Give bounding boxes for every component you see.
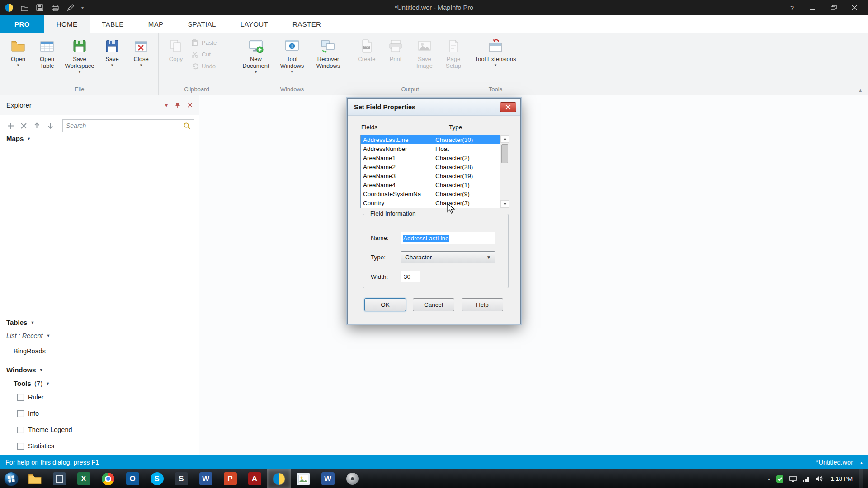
ok-button[interactable]: OK [364,298,406,311]
taskbar-outlook[interactable]: O [120,469,145,488]
help-button[interactable]: ? [783,2,801,14]
taskbar-media-player[interactable] [340,469,364,488]
tab-raster[interactable]: RASTER [280,15,333,33]
ruler-checkbox[interactable] [17,394,24,401]
tools-section-header[interactable]: Tools (7) ▼ [14,380,50,387]
panel-menu-caret-icon[interactable]: ▾ [165,102,168,108]
tray-display-icon[interactable] [789,476,797,482]
chrome-icon [102,473,114,485]
close-button[interactable] [845,2,863,14]
tab-spatial[interactable]: SPATIAL [175,15,228,33]
save-workspace-button[interactable]: Save Workspace ▾ [61,34,98,84]
tool-extensions-button[interactable]: Tool Extensions ▾ [474,34,517,84]
paste-icon [191,39,198,46]
tray-green-app-icon[interactable] [776,475,783,483]
open-table-button[interactable]: Open Table [33,34,61,84]
field-row[interactable]: AreaName2 Character(28) [361,162,500,171]
save-button[interactable]: Save ▾ [98,34,127,84]
start-button[interactable] [0,469,23,488]
tab-map[interactable]: MAP [136,15,176,33]
close-table-button[interactable]: Close ▾ [127,34,156,84]
search-input[interactable] [66,122,183,129]
taskbar-skype[interactable]: S [145,469,169,488]
network-icon[interactable] [802,476,810,482]
field-row-selected[interactable]: AddressLastLine Character(30) [361,135,500,144]
type-dropdown[interactable]: Character ▼ [401,251,495,263]
tab-pro[interactable]: PRO [0,15,44,33]
field-row[interactable]: CoordinateSystemNa Character(9) [361,189,500,198]
search-icon[interactable] [183,122,191,130]
field-row[interactable]: Country Character(3) [361,198,500,207]
taskbar-chrome[interactable] [96,469,120,488]
minimize-button[interactable] [804,2,822,14]
field-row[interactable]: AreaName4 Character(1) [361,180,500,189]
new-document-button[interactable]: New Document ▾ [238,34,274,84]
taskbar-mapinfo[interactable] [267,469,291,488]
show-hidden-icons-button[interactable]: ▴ [768,476,770,481]
name-input[interactable]: AddressLastLine [401,232,495,244]
tool-checkbox-row: Ruler [17,394,44,401]
recover-windows-button[interactable]: Recover Windows [310,34,346,84]
table-list-mode[interactable]: List : Recent ▼ [6,332,51,339]
help-button-dialog[interactable]: Help [462,298,503,311]
taskbar-word-2[interactable]: W [316,469,340,488]
dropdown-caret-icon: ▾ [79,70,81,74]
cancel-button[interactable]: Cancel [413,298,454,311]
move-down-icon[interactable] [47,122,54,129]
ribbon-group-output: PDF Create Print Save Image Pa [349,33,471,95]
maps-section-header[interactable]: Maps ▼ [6,135,31,142]
tables-section-header[interactable]: Tables ▼ [6,319,34,326]
tab-table[interactable]: TABLE [90,15,136,33]
info-checkbox[interactable] [17,410,24,417]
qat-customize-caret-icon[interactable]: ▾ [81,5,84,10]
statistics-checkbox[interactable] [17,443,24,450]
open-button[interactable]: Open ▾ [4,34,33,84]
clock[interactable]: 1:18 PM [829,475,853,482]
table-list-item[interactable]: BingRoads [14,347,46,355]
scroll-up-button[interactable] [500,135,509,143]
fields-listbox: AddressLastLine Character(30) AddressNum… [360,135,509,208]
vertical-scrollbar[interactable] [500,135,509,208]
scrollbar-track[interactable] [500,143,509,200]
taskbar-app-generic-1[interactable] [47,469,71,488]
tab-layout[interactable]: LAYOUT [228,15,280,33]
pencil-icon[interactable] [66,3,75,12]
scroll-down-button[interactable] [500,200,509,208]
explorer-toolbar [0,118,199,133]
field-row[interactable]: AreaName3 Character(19) [361,171,500,180]
taskbar-powerpoint[interactable]: P [218,469,242,488]
theme-legend-checkbox[interactable] [17,427,24,433]
move-up-icon[interactable] [33,122,40,129]
open-workspace-icon[interactable] [20,3,29,12]
tool-windows-button[interactable]: Tool Windows ▾ [274,34,310,84]
collapse-ribbon-icon[interactable]: ▴ [859,87,862,93]
close-window-icon [133,38,149,55]
width-input[interactable] [401,271,420,282]
taskbar-app-generic-2[interactable]: S [169,469,193,488]
dialog-titlebar[interactable]: Set Field Properties [348,99,520,116]
taskbar-word[interactable]: W [193,469,218,488]
field-row[interactable]: AreaName1 Character(2) [361,153,500,162]
status-expand-icon[interactable]: ▴ [860,460,863,465]
remove-item-icon[interactable] [21,123,27,129]
show-desktop-button[interactable] [859,469,863,488]
field-row[interactable]: AddressNumber Float [361,144,500,153]
windows-section-header[interactable]: Windows ▼ [6,366,43,374]
taskbar-photo-viewer[interactable] [291,469,316,488]
cut-button: Cut [191,51,231,58]
copy-icon [168,38,184,55]
taskbar-file-explorer[interactable] [23,469,47,488]
taskbar-acrobat[interactable]: A [242,469,267,488]
taskbar-excel[interactable]: X [71,469,96,488]
create-pdf-button: PDF Create [352,34,381,84]
restore-button[interactable] [825,2,843,14]
close-panel-icon[interactable] [188,103,193,108]
add-item-icon[interactable] [7,122,14,129]
scrollbar-thumb[interactable] [501,144,508,163]
pin-panel-icon[interactable] [175,102,180,108]
tab-home[interactable]: HOME [44,15,90,33]
print-icon[interactable] [51,3,60,12]
dialog-close-button[interactable] [500,102,516,112]
volume-icon[interactable] [816,475,823,482]
save-icon[interactable] [35,3,44,12]
